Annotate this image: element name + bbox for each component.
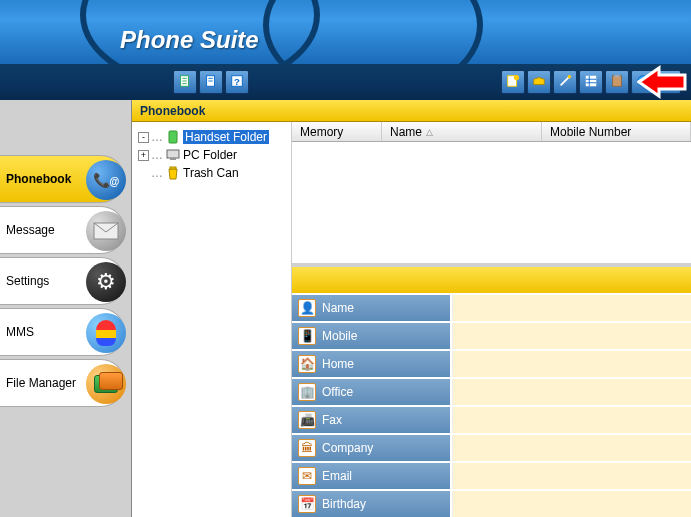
grid-button[interactable]: [579, 70, 603, 94]
detail-value-company[interactable]: [452, 435, 691, 461]
callout-arrow-icon: [637, 64, 687, 100]
detail-label: 🏠Home: [292, 351, 452, 377]
sidebar-item-label: MMS: [6, 325, 34, 339]
sidebar-item-label: Message: [6, 223, 55, 237]
content-panel: Phonebook -…Handset Folder+…PC Folder…Tr…: [131, 100, 691, 517]
detail-label: 📠Fax: [292, 407, 452, 433]
paste-icon: [610, 74, 624, 91]
sidebar-item-phonebook[interactable]: Phonebook📞@: [0, 155, 125, 203]
detail-value-mobile[interactable]: [452, 323, 691, 349]
mobile-icon: 📱: [298, 327, 316, 345]
grid-column-mobile-number[interactable]: Mobile Number: [542, 122, 691, 141]
detail-row-name: 👤Name: [292, 293, 691, 321]
svg-point-12: [568, 74, 572, 78]
detail-value-home[interactable]: [452, 351, 691, 377]
new-contact-button[interactable]: [501, 70, 525, 94]
open-doc-icon: [204, 74, 218, 91]
svg-text:?: ?: [234, 75, 240, 86]
office-icon: 🏢: [298, 383, 316, 401]
svg-point-10: [514, 74, 519, 79]
svg-line-11: [561, 76, 570, 85]
detail-label: 🏢Office: [292, 379, 452, 405]
paste-button[interactable]: [605, 70, 629, 94]
handset-icon: [165, 130, 181, 144]
detail-label-text: Email: [322, 469, 352, 483]
grid-column-memory[interactable]: Memory: [292, 122, 382, 141]
tree-node-pc-folder[interactable]: +…PC Folder: [138, 146, 285, 164]
gears-icon: ⚙: [86, 262, 126, 302]
svg-rect-23: [167, 150, 179, 158]
detail-value-office[interactable]: [452, 379, 691, 405]
birthday-icon: 📅: [298, 495, 316, 513]
fax-icon: 📠: [298, 411, 316, 429]
tree-label: Handset Folder: [183, 130, 269, 144]
wand-button[interactable]: [553, 70, 577, 94]
detail-label-text: Company: [322, 441, 373, 455]
home-icon: 🏠: [298, 355, 316, 373]
phone-at-icon: 📞@: [86, 160, 126, 200]
pc-icon: [165, 149, 181, 161]
content-title: Phonebook: [132, 100, 691, 122]
sort-asc-icon: △: [426, 127, 433, 137]
folder-tree: -…Handset Folder+…PC Folder…Trash Can: [132, 122, 292, 517]
grid-column-label: Memory: [300, 125, 343, 139]
detail-header: [292, 267, 691, 293]
detail-row-company: 🏛Company: [292, 433, 691, 461]
new-doc-icon: [178, 74, 192, 91]
sidebar-item-settings[interactable]: Settings⚙: [0, 257, 125, 305]
detail-row-birthday: 📅Birthday: [292, 489, 691, 517]
svg-rect-13: [586, 75, 597, 86]
detail-value-birthday[interactable]: [452, 491, 691, 517]
detail-value-name[interactable]: [452, 295, 691, 321]
detail-row-fax: 📠Fax: [292, 405, 691, 433]
tree-node-trash-can[interactable]: …Trash Can: [138, 164, 285, 182]
app-header: Phone Suite: [0, 0, 691, 64]
tree-node-handset-folder[interactable]: -…Handset Folder: [138, 128, 285, 146]
envelope-icon: [86, 211, 126, 251]
detail-label: 🏛Company: [292, 435, 452, 461]
sidebar-item-label: File Manager: [6, 376, 76, 390]
detail-value-fax[interactable]: [452, 407, 691, 433]
sidebar: Phonebook📞@MessageSettings⚙MMSFile Manag…: [0, 100, 131, 517]
detail-label-text: Home: [322, 357, 354, 371]
tree-toggle[interactable]: -: [138, 132, 149, 143]
sidebar-item-message[interactable]: Message: [0, 206, 125, 254]
detail-form: 👤Name📱Mobile🏠Home🏢Office📠Fax🏛Company✉Ema…: [292, 263, 691, 517]
tree-toggle: [138, 168, 149, 179]
folder-stack-icon: [86, 364, 126, 404]
svg-rect-18: [614, 74, 619, 77]
grid-column-label: Name: [390, 125, 422, 139]
sidebar-item-label: Settings: [6, 274, 49, 288]
detail-label: 👤Name: [292, 295, 452, 321]
company-icon: 🏛: [298, 439, 316, 457]
help-icon: ?: [230, 74, 244, 91]
tree-toggle[interactable]: +: [138, 150, 149, 161]
email-icon: ✉: [298, 467, 316, 485]
new-doc-button[interactable]: [173, 70, 197, 94]
sidebar-item-label: Phonebook: [6, 172, 71, 186]
app-title: Phone Suite: [120, 26, 259, 54]
person-icon: 👤: [298, 299, 316, 317]
new-contact-icon: [506, 74, 520, 91]
open-doc-button[interactable]: [199, 70, 223, 94]
right-panel: MemoryName△Mobile Number 👤Name📱Mobile🏠Ho…: [292, 122, 691, 517]
trash-icon: [165, 166, 181, 180]
svg-rect-24: [170, 158, 176, 160]
sidebar-item-mms[interactable]: MMS: [0, 308, 125, 356]
sidebar-item-filemanager[interactable]: File Manager: [0, 359, 125, 407]
grid-column-name[interactable]: Name△: [382, 122, 542, 141]
tree-label: Trash Can: [183, 166, 239, 180]
svg-rect-22: [169, 131, 177, 143]
detail-label: 📅Birthday: [292, 491, 452, 517]
detail-label-text: Fax: [322, 413, 342, 427]
detail-row-email: ✉Email: [292, 461, 691, 489]
import-button[interactable]: [527, 70, 551, 94]
detail-value-email[interactable]: [452, 463, 691, 489]
grid-header: MemoryName△Mobile Number: [292, 122, 691, 142]
grid-body: [292, 142, 691, 263]
detail-label-text: Name: [322, 301, 354, 315]
detail-label: ✉Email: [292, 463, 452, 489]
svg-marker-20: [639, 68, 685, 96]
detail-label-text: Office: [322, 385, 353, 399]
help-button[interactable]: ?: [225, 70, 249, 94]
